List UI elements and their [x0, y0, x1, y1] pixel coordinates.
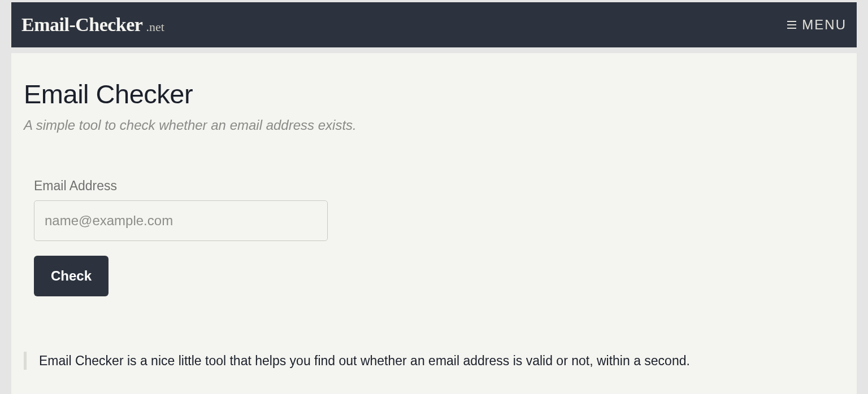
hamburger-icon — [787, 21, 796, 29]
logo-main-text: Email-Checker — [21, 14, 142, 36]
check-button[interactable]: Check — [34, 256, 108, 296]
email-form: Email Address Check — [24, 178, 844, 296]
email-label: Email Address — [34, 178, 844, 194]
menu-label: MENU — [802, 17, 847, 33]
page-subtitle: A simple tool to check whether an email … — [24, 117, 844, 133]
menu-button[interactable]: MENU — [787, 17, 847, 33]
site-logo[interactable]: Email-Checker .net — [21, 14, 164, 36]
main-content: Email Checker A simple tool to check whe… — [11, 53, 857, 394]
description-text: Email Checker is a nice little tool that… — [24, 352, 844, 370]
site-header: Email-Checker .net MENU — [11, 2, 857, 47]
logo-suffix-text: .net — [146, 20, 164, 34]
page-title: Email Checker — [24, 78, 844, 110]
email-input[interactable] — [34, 200, 328, 241]
